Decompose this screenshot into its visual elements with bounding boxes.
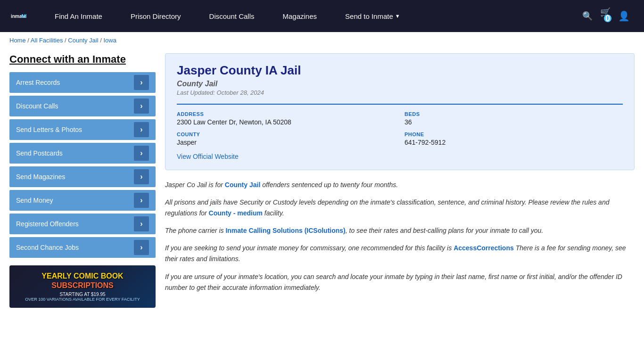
nav-magazines[interactable]: Magazines xyxy=(268,0,331,32)
desc-para-3: The phone carrier is Inmate Calling Solu… xyxy=(165,225,635,236)
county-medium-link[interactable]: County - medium xyxy=(209,209,263,217)
sidebar-item-arrest-records[interactable]: Arrest Records › xyxy=(9,72,156,93)
arrow-icon: › xyxy=(134,216,149,231)
nav-send-to-inmate[interactable]: Send to Inmate ▼ xyxy=(331,0,414,32)
nav-prison-directory[interactable]: Prison Directory xyxy=(116,0,195,32)
official-website-link[interactable]: View Official Website xyxy=(177,153,239,160)
address-block: ADDRESS 2300 Law Center Dr, Newton, IA 5… xyxy=(177,111,395,126)
main-layout: Connect with an Inmate Arrest Records › … xyxy=(0,49,644,313)
desc-para-2: All prisons and jails have Security or C… xyxy=(165,197,635,219)
main-nav: Find An Inmate Prison Directory Discount… xyxy=(41,0,582,32)
ad-subtitle: STARTING AT $19.95 xyxy=(59,292,105,297)
county-block: COUNTY Jasper xyxy=(177,132,395,146)
main-content: Jasper County IA Jail County Jail Last U… xyxy=(165,53,635,308)
cart-badge: 0 xyxy=(604,15,611,22)
breadcrumb-iowa[interactable]: Iowa xyxy=(103,37,116,44)
arrow-icon: › xyxy=(134,146,149,161)
facility-details: ADDRESS 2300 Law Center Dr, Newton, IA 5… xyxy=(177,104,623,146)
sidebar-title: Connect with an Inmate xyxy=(9,53,156,66)
nav-discount-calls[interactable]: Discount Calls xyxy=(195,0,269,32)
beds-block: BEDS 36 xyxy=(405,111,623,126)
breadcrumb: Home / All Facilities / County Jail / Io… xyxy=(0,32,644,49)
sidebar-item-send-letters[interactable]: Send Letters & Photos › xyxy=(9,119,156,140)
sidebar-item-send-postcards[interactable]: Send Postcards › xyxy=(9,143,156,164)
ad-banner[interactable]: YEARLY COMIC BOOK SUBSCRIPTIONS STARTING… xyxy=(9,265,156,308)
facility-name: Jasper County IA Jail xyxy=(177,63,623,78)
county-value: Jasper xyxy=(177,139,395,146)
facility-updated: Last Updated: October 28, 2024 xyxy=(177,89,623,96)
arrow-icon: › xyxy=(134,240,149,255)
facility-website: View Official Website xyxy=(177,153,623,160)
beds-value: 36 xyxy=(405,118,623,126)
ad-title: YEARLY COMIC BOOK SUBSCRIPTIONS xyxy=(41,272,123,289)
breadcrumb-all-facilities[interactable]: All Facilities xyxy=(31,37,63,44)
ics-link[interactable]: Inmate Calling Solutions (ICSolutions) xyxy=(225,227,345,234)
arrow-icon: › xyxy=(134,99,149,114)
sidebar: Connect with an Inmate Arrest Records › … xyxy=(9,53,156,308)
address-label: ADDRESS xyxy=(177,111,395,117)
header-icons: 🔍 🛒 0 👤 xyxy=(582,7,635,25)
cart-icon[interactable]: 🛒 0 xyxy=(600,7,611,25)
beds-label: BEDS xyxy=(405,111,623,117)
county-jail-link[interactable]: County Jail xyxy=(225,181,260,189)
arrow-icon: › xyxy=(134,75,149,90)
facility-type: County Jail xyxy=(177,80,623,88)
chevron-down-icon: ▼ xyxy=(395,13,400,19)
sidebar-item-discount-calls[interactable]: Discount Calls › xyxy=(9,96,156,116)
breadcrumb-county-jail[interactable]: County Jail xyxy=(68,37,98,44)
facility-description: Jasper Co Jail is for County Jail offend… xyxy=(165,180,635,293)
nav-find-inmate[interactable]: Find An Inmate xyxy=(41,0,116,32)
logo[interactable]: inmate AID xyxy=(9,8,26,25)
phone-value: 641-792-5912 xyxy=(405,139,623,146)
sidebar-item-second-chance-jobs[interactable]: Second Chance Jobs › xyxy=(9,237,156,258)
phone-label: PHONE xyxy=(405,132,623,137)
svg-text:AID: AID xyxy=(21,14,26,19)
sidebar-item-send-magazines[interactable]: Send Magazines › xyxy=(9,166,156,187)
arrow-icon: › xyxy=(134,169,149,184)
user-icon[interactable]: 👤 xyxy=(618,10,630,22)
address-value: 2300 Law Center Dr, Newton, IA 50208 xyxy=(177,118,395,126)
search-icon[interactable]: 🔍 xyxy=(582,11,593,21)
desc-para-4: If you are seeking to send your inmate m… xyxy=(165,243,635,264)
access-corrections-link[interactable]: AccessCorrections xyxy=(454,244,514,252)
breadcrumb-home[interactable]: Home xyxy=(9,37,26,44)
arrow-icon: › xyxy=(134,122,149,137)
facility-card: Jasper County IA Jail County Jail Last U… xyxy=(165,53,635,170)
sidebar-item-registered-offenders[interactable]: Registered Offenders › xyxy=(9,214,156,234)
county-label: COUNTY xyxy=(177,132,395,137)
site-header: inmate AID Find An Inmate Prison Directo… xyxy=(0,0,644,32)
desc-para-5: If you are unsure of your inmate's locat… xyxy=(165,272,635,293)
arrow-icon: › xyxy=(134,193,149,208)
desc-para-1: Jasper Co Jail is for County Jail offend… xyxy=(165,180,635,190)
ad-subtext: OVER 100 VARIATIONS AVAILABLE FOR EVERY … xyxy=(25,297,140,302)
sidebar-item-send-money[interactable]: Send Money › xyxy=(9,190,156,211)
phone-block: PHONE 641-792-5912 xyxy=(405,132,623,146)
